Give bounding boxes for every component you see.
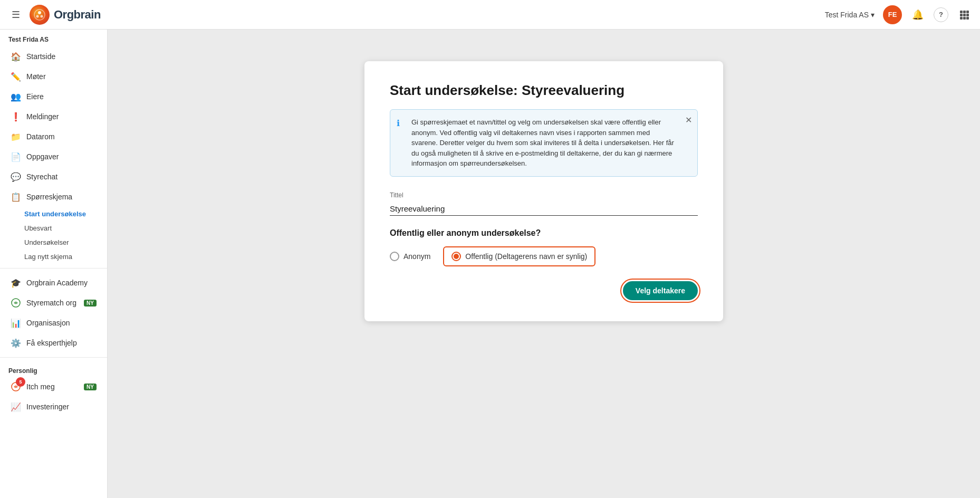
home-icon: 🏠	[11, 51, 21, 62]
title-label: Tittel	[390, 191, 698, 199]
eiere-icon: 👥	[11, 91, 21, 102]
sidebar-label-eksperthjelp: Få eksperthjelp	[26, 339, 77, 347]
sidebar-label-startside: Startside	[26, 52, 55, 61]
radio-anonym[interactable]: Anonym	[390, 252, 430, 261]
investeringer-icon: 📈	[11, 401, 21, 412]
navbar: ☰ Orgbrain Test Frida AS ▾ FE 🔔 ?	[0, 0, 980, 30]
svg-rect-11	[963, 17, 966, 20]
radio-group: Anonym Offentlig (Deltagerens navn er sy…	[390, 246, 698, 266]
sidebar-personal-label: Personlig	[0, 362, 107, 377]
styrechat-icon: 💬	[11, 171, 21, 182]
sidebar-item-meldinger[interactable]: ❗ Meldinger	[2, 107, 105, 127]
dialog-title: Start undersøkelse: Styreevaluering	[390, 82, 698, 99]
sidebar-org-label: Test Frida AS	[0, 30, 107, 46]
radio-anonym-label: Anonym	[403, 252, 430, 261]
sidebar-label-academy: Orgbrain Academy	[26, 279, 88, 287]
itch-meg-icon: 5	[11, 381, 21, 392]
info-text: Gi spørreskjemaet et navn/tittel og velg…	[411, 118, 674, 167]
svg-rect-5	[963, 11, 966, 13]
datarom-icon: 📁	[11, 131, 21, 142]
sidebar-sub-ubesvart[interactable]: Ubesvart	[0, 221, 107, 235]
sidebar-label-styrematch: Styrematch org	[26, 299, 76, 307]
radio-offentlig-circle	[451, 252, 461, 261]
info-close-button[interactable]: ✕	[685, 114, 692, 127]
radio-section: Offentlig eller anonym undersøkelse? Ano…	[390, 228, 698, 266]
eksperthjelp-icon: ⚙️	[11, 338, 21, 348]
sidebar-label-itch-meg: Itch meg	[26, 382, 55, 391]
sidebar-item-itch-meg[interactable]: 5 Itch meg NY	[2, 377, 105, 397]
org-selector[interactable]: Test Frida AS ▾	[825, 11, 875, 19]
styrematch-icon	[11, 298, 21, 308]
radio-anonym-circle	[390, 252, 399, 261]
brand-name: Orgbrain	[54, 8, 101, 22]
main-content: Start undersøkelse: Styreevaluering ℹ Gi…	[108, 30, 980, 498]
svg-point-2	[36, 15, 39, 17]
radio-offentlig[interactable]: Offentlig (Deltagerens navn er synlig)	[443, 246, 595, 266]
sidebar-divider-2	[0, 357, 107, 358]
sidebar-sub-lag-nytt-skjema[interactable]: Lag nytt skjema	[0, 250, 107, 264]
dialog-footer: Velg deltakere	[390, 281, 698, 300]
svg-rect-9	[966, 14, 969, 16]
moter-icon: ✏️	[11, 71, 21, 82]
sidebar-label-moter: Møter	[26, 72, 46, 81]
svg-rect-4	[960, 11, 963, 13]
academy-icon: 🎓	[11, 277, 21, 288]
svg-rect-10	[960, 17, 963, 20]
radio-offentlig-label: Offentlig (Deltagerens navn er synlig)	[465, 252, 587, 261]
navbar-right: Test Frida AS ▾ FE 🔔 ?	[825, 5, 972, 24]
sidebar-item-startside[interactable]: 🏠 Startside	[2, 46, 105, 66]
svg-point-3	[41, 15, 43, 17]
oppgaver-icon: 📄	[11, 151, 21, 162]
svg-rect-7	[960, 14, 963, 16]
sidebar-label-investeringer: Investeringer	[26, 403, 69, 411]
sidebar-item-moter[interactable]: ✏️ Møter	[2, 66, 105, 87]
section-label: Offentlig eller anonym undersøkelse?	[390, 228, 698, 238]
sidebar: Test Frida AS 🏠 Startside ✏️ Møter 👥 Eie…	[0, 30, 108, 498]
meldinger-icon: ❗	[11, 111, 21, 122]
sidebar-sub-start-undersokelse[interactable]: Start undersøkelse	[0, 207, 107, 221]
sidebar-label-organisasjon: Organisasjon	[26, 319, 70, 327]
sidebar-label-styrechat: Styrechat	[26, 173, 57, 181]
brand: Orgbrain	[30, 5, 101, 25]
app-body: Test Frida AS 🏠 Startside ✏️ Møter 👥 Eie…	[0, 30, 980, 498]
grid-icon[interactable]	[957, 7, 972, 22]
info-box: ℹ Gi spørreskjemaet et navn/tittel og ve…	[390, 109, 698, 177]
sidebar-label-sporreskjema: Spørreskjema	[26, 193, 72, 201]
sidebar-label-eiere: Eiere	[26, 92, 44, 101]
avatar[interactable]: FE	[883, 5, 902, 24]
sidebar-item-eiere[interactable]: 👥 Eiere	[2, 87, 105, 107]
dialog-card: Start undersøkelse: Styreevaluering ℹ Gi…	[364, 61, 723, 321]
sidebar-label-datarom: Datarom	[26, 132, 55, 141]
svg-rect-12	[966, 17, 969, 20]
sidebar-item-orgbrain-academy[interactable]: 🎓 Orgbrain Academy	[2, 273, 105, 293]
sidebar-item-eksperthjelp[interactable]: ⚙️ Få eksperthjelp	[2, 333, 105, 353]
sporreskjema-icon: 📋	[11, 191, 21, 202]
title-field: Tittel	[390, 191, 698, 216]
svg-rect-8	[963, 14, 966, 16]
sidebar-label-meldinger: Meldinger	[26, 112, 59, 121]
info-icon: ℹ	[397, 117, 400, 130]
dropdown-icon: ▾	[871, 11, 875, 19]
help-icon[interactable]: ?	[934, 7, 948, 22]
brand-logo	[30, 5, 50, 25]
sidebar-divider-1	[0, 268, 107, 269]
badge-num-itch: 5	[16, 377, 25, 387]
sidebar-item-organisasjon[interactable]: 📊 Organisasjon	[2, 313, 105, 333]
velg-deltakere-button[interactable]: Velg deltakere	[623, 281, 698, 300]
org-name: Test Frida AS	[825, 11, 869, 19]
sidebar-item-styrematch-org[interactable]: Styrematch org NY	[2, 293, 105, 313]
sidebar-item-sporreskjema[interactable]: 📋 Spørreskjema	[2, 187, 105, 207]
title-input[interactable]	[390, 202, 698, 216]
sidebar-item-datarom[interactable]: 📁 Datarom	[2, 127, 105, 147]
sidebar-label-oppgaver: Oppgaver	[26, 152, 59, 161]
sidebar-item-styrechat[interactable]: 💬 Styrechat	[2, 167, 105, 187]
notification-icon[interactable]: 🔔	[910, 7, 925, 22]
menu-icon[interactable]: ☰	[8, 7, 23, 22]
sidebar-sub-undersokelser[interactable]: Undersøkelser	[0, 235, 107, 250]
svg-point-1	[38, 11, 41, 14]
sidebar-item-oppgaver[interactable]: 📄 Oppgaver	[2, 147, 105, 167]
svg-rect-6	[966, 11, 969, 13]
organisasjon-icon: 📊	[11, 318, 21, 328]
navbar-left: ☰ Orgbrain	[8, 5, 825, 25]
sidebar-item-investeringer[interactable]: 📈 Investeringer	[2, 397, 105, 417]
